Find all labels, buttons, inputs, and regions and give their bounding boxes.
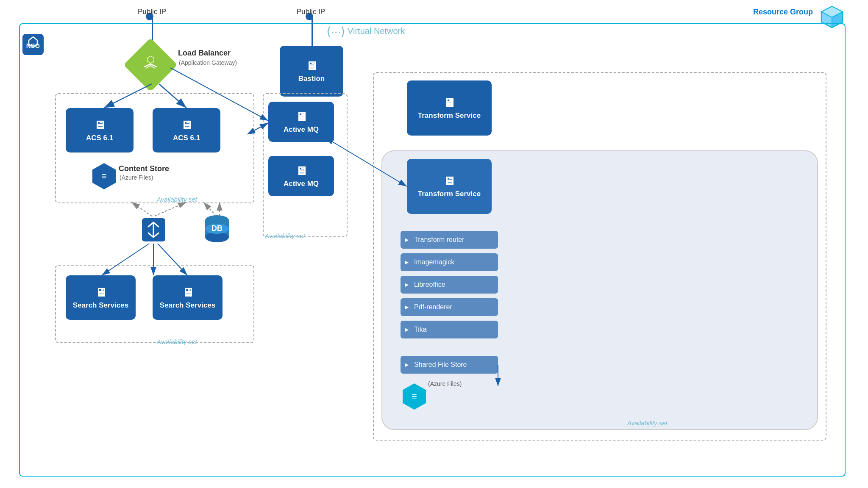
bastion-icon: 🖥 [306,59,317,73]
transform-inner-box: 🖥 Transform Service [407,159,492,214]
virtual-network-icon: ⟨···⟩ [326,25,345,39]
activemq-box-2: 🖥 Active MQ [268,156,334,196]
mq2-label: Active MQ [284,180,319,188]
transform-inner-avail-label: Availability set [627,419,668,427]
resource-group-label: Resource Group [753,8,813,17]
activemq-box-1: 🖥 Active MQ [268,102,334,142]
content-store-label: Content Store [119,164,169,173]
content-store-sublabel: (Azure Files) [120,174,153,181]
acs-box-1: 🖥 ACS 6.1 [66,108,134,152]
db-icon: DB [203,214,233,246]
sub-service-libreoffice: Libreoffice [401,276,498,294]
lb-label: Load Balancer [178,49,231,58]
acs1-label: ACS 6.1 [86,134,113,142]
search1-icon: 🖥 [95,286,107,299]
sub-service-pdf-renderer: Pdf-renderer [401,298,498,316]
lb-sublabel: (Application Gateway) [179,59,237,66]
diagram-container: Resource Group ⟨···⟩ Virtual Network NSG… [0,0,868,488]
azure-files-label: (Azure Files) [428,380,462,387]
svg-text:DB: DB [211,224,223,233]
acs2-label: ACS 6.1 [173,134,200,142]
transform-top-box: 🖥 Transform Service [407,80,492,136]
svg-text:NSG: NSG [26,42,40,49]
sub-service-imagemagick: Imagemagick [401,253,498,271]
bastion-box: 🖥 Bastion [280,46,343,97]
acs-availability-label: Availability set [157,196,197,203]
sync-icon [140,216,167,244]
transform-top-icon: 🖥 [443,96,455,110]
shared-file-store-pill: Shared File Store [401,356,498,374]
virtual-network-label: Virtual Network [348,26,405,36]
public-ip-2-label: Public IP [297,8,325,16]
mq2-icon: 🖥 [295,164,307,178]
transform-inner-icon: 🖥 [443,174,455,188]
mq-availability-label: Availability set [265,232,305,239]
bastion-label: Bastion [298,75,325,83]
transform-top-label: Transform Service [418,111,481,120]
search2-icon: 🖥 [182,286,194,299]
search1-label: Search Services [73,301,128,310]
search-box-2: 🖥 Search Services [153,275,223,320]
acs-box-2: 🖥 ACS 6.1 [153,108,220,152]
sub-service-tika: Tika [401,321,498,338]
search-availability-label: Availability set [157,338,197,345]
search-box-1: 🖥 Search Services [66,275,136,320]
mq1-icon: 🖥 [295,110,307,124]
transform-inner-label: Transform Service [418,190,481,198]
nsg-icon: NSG [20,32,46,57]
acs2-icon: 🖥 [181,118,192,132]
sub-service-transform-router: Transform router [401,231,498,249]
content-store-hex: ≡ [92,163,116,189]
acs1-icon: 🖥 [94,118,106,132]
mq1-label: Active MQ [284,125,319,134]
search2-label: Search Services [160,301,215,310]
public-ip-1-label: Public IP [138,8,166,16]
azure-files-hex: ≡ [403,383,426,410]
